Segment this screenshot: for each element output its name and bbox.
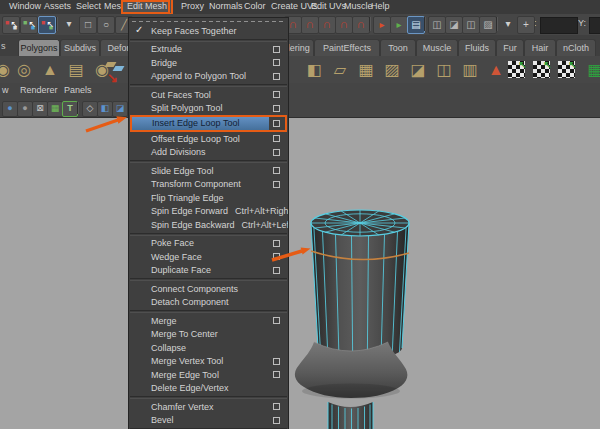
option-box[interactable] <box>273 403 280 410</box>
menu-item-merge-to-center[interactable]: Merge To Center <box>129 328 288 342</box>
snap-menu-arrow-icon[interactable]: ▾ <box>61 16 77 32</box>
uv-cylindrical-map-icon[interactable] <box>533 61 550 78</box>
menu-item-append-to-polygon-tool[interactable]: Append to Polygon Tool <box>129 70 288 84</box>
render-current-frame-icon[interactable]: ◪ <box>445 16 463 34</box>
x-input[interactable] <box>540 17 578 34</box>
select-by-hierarchy-icon[interactable]: ■■↖ <box>2 16 20 34</box>
shelf-tab-ncloth[interactable]: nCloth <box>556 39 596 57</box>
option-box[interactable] <box>273 46 280 53</box>
menu-help[interactable]: Help <box>367 0 394 13</box>
menu-item-transform-component[interactable]: Transform Component <box>129 178 288 192</box>
menu-item-detach-component[interactable]: Detach Component <box>129 296 288 310</box>
option-box[interactable] <box>273 120 280 127</box>
menu-item-collapse[interactable]: Collapse <box>129 341 288 355</box>
snap-to-curves-icon[interactable]: ∩ <box>301 16 319 34</box>
uv-planar-map-icon[interactable] <box>508 61 525 78</box>
open-render-view-icon[interactable]: ◫ <box>428 16 446 34</box>
projection-axis-icon[interactable]: ▲ <box>484 58 508 82</box>
render-settings-icon[interactable]: ▨ <box>479 16 497 34</box>
menu-item-merge-edge-tool[interactable]: Merge Edge Tool <box>129 368 288 382</box>
textured-cube-icon[interactable]: ◪ <box>112 101 128 117</box>
menu-assets[interactable]: Assets <box>40 0 75 13</box>
menu-item-duplicate-face[interactable]: Duplicate Face <box>129 264 288 278</box>
shaded-cube-icon[interactable]: ◧ <box>97 101 113 117</box>
menu-item-spin-edge-backward[interactable]: Spin Edge BackwardCtrl+Alt+Left <box>129 218 288 232</box>
menu-proxy[interactable]: Proxy <box>177 0 208 13</box>
select-by-component-icon[interactable]: ■■↖ <box>38 16 56 34</box>
option-box[interactable] <box>273 317 280 324</box>
poly-mesh-edge-icon[interactable]: ▨ <box>380 58 404 82</box>
menu-window[interactable]: Window <box>5 0 45 13</box>
grid-display-icon[interactable]: ▦ <box>47 101 63 117</box>
menu-item-merge[interactable]: Merge <box>129 314 288 328</box>
menu-item-cut-faces-tool[interactable]: Cut Faces Tool <box>129 88 288 102</box>
menu-item-spin-edge-forward[interactable]: Spin Edge ForwardCtrl+Alt+Right <box>129 205 288 219</box>
poly-cone-icon[interactable]: ▲ <box>38 58 62 82</box>
option-box[interactable] <box>273 135 280 142</box>
menu-item-bridge[interactable]: Bridge <box>129 56 288 70</box>
menu-edit-mesh[interactable]: Edit Mesh <box>123 0 171 13</box>
shelf-tab-painteffects[interactable]: PaintEffects <box>314 39 380 57</box>
select-by-object-icon[interactable]: ■■↖ <box>20 16 38 34</box>
shaded-sphere-icon[interactable]: ● <box>17 101 33 117</box>
option-box[interactable] <box>273 149 280 156</box>
field-menu-arrow-icon[interactable]: ▾ <box>500 16 516 32</box>
output-connections-icon[interactable]: ▸ <box>390 16 408 34</box>
menu-item-poke-face[interactable]: Poke Face <box>129 237 288 251</box>
make-live-icon[interactable]: ∩ <box>352 16 370 34</box>
option-box[interactable] <box>273 417 280 424</box>
option-box[interactable] <box>273 105 280 112</box>
menu-item-merge-vertex-tool[interactable]: Merge Vertex Tool <box>129 355 288 369</box>
poly-split-icon[interactable]: ◫ <box>432 58 456 82</box>
shelf-tab-muscle[interactable]: Muscle <box>416 39 458 57</box>
menu-item-offset-edge-loop-tool[interactable]: Offset Edge Loop Tool <box>129 132 288 146</box>
panel-menu-renderer[interactable]: Renderer <box>20 85 58 95</box>
y-input[interactable] <box>589 17 600 34</box>
panel-menu-panels[interactable]: Panels <box>64 85 92 95</box>
menu-item-extrude[interactable]: Extrude <box>129 43 288 57</box>
poly-plane-icon[interactable]: ▱ <box>328 58 352 82</box>
option-box[interactable] <box>273 240 280 247</box>
poly-fold-icon[interactable]: ◪ <box>406 58 430 82</box>
menu-item-split-polygon-tool[interactable]: Split Polygon Tool <box>129 102 288 116</box>
panel-menu-show-partial[interactable]: w <box>2 85 9 95</box>
shelf-tab-fluids[interactable]: Fluids <box>458 39 496 57</box>
uv-spherical-map-icon[interactable] <box>558 61 575 78</box>
poly-torus-icon[interactable]: ◎ <box>12 58 36 82</box>
shelf-tab-fur[interactable]: Fur <box>496 39 524 57</box>
shelf-tab-hair[interactable]: Hair <box>524 39 556 57</box>
coordinate-mode-icon[interactable]: + <box>517 16 535 34</box>
rect-select-icon[interactable]: □ <box>79 16 97 34</box>
option-box[interactable] <box>273 167 280 174</box>
option-box[interactable] <box>273 358 280 365</box>
shelf-tab-subdivs[interactable]: Subdivs <box>60 39 100 57</box>
film-gate-icon[interactable]: T <box>62 101 78 117</box>
menu-color[interactable]: Color <box>240 0 270 13</box>
snap-to-points-icon[interactable]: ∩ <box>318 16 336 34</box>
input-connections-icon[interactable]: ▸ <box>373 16 391 34</box>
extract-faces-icon[interactable]: ↘ <box>103 58 127 82</box>
no-texture-icon[interactable]: ⊠ <box>32 101 48 117</box>
lighting-sphere-icon[interactable]: ● <box>2 101 18 117</box>
uv-automatic-map-icon[interactable]: ▦ <box>583 58 600 82</box>
wireframe-cube-icon[interactable]: ◇ <box>82 101 98 117</box>
circle-select-icon[interactable]: ○ <box>97 16 115 34</box>
option-box[interactable] <box>273 253 280 260</box>
option-box[interactable] <box>273 267 280 274</box>
menu-item-bevel[interactable]: Bevel <box>129 414 288 428</box>
menu-item-delete-edge-vertex[interactable]: Delete Edge/Vertex <box>129 382 288 396</box>
menu-item-slide-edge-tool[interactable]: Slide Edge Tool <box>129 164 288 178</box>
menu-item-add-divisions[interactable]: Add Divisions <box>129 146 288 160</box>
shelf-tab-polygons[interactable]: Polygons <box>18 39 60 57</box>
snap-to-view-planes-icon[interactable]: ∩ <box>335 16 353 34</box>
menu-item-chamfer-vertex[interactable]: Chamfer Vertex <box>129 400 288 414</box>
poly-combine-icon[interactable]: ▥ <box>458 58 482 82</box>
option-box[interactable] <box>273 73 280 80</box>
option-box[interactable] <box>273 371 280 378</box>
ipr-render-icon[interactable]: ◫ <box>462 16 480 34</box>
poly-cube-icon[interactable]: ◧ <box>302 58 326 82</box>
viewport-3d[interactable] <box>0 117 600 429</box>
shelf-tab-partial[interactable]: s <box>1 41 6 51</box>
menu-item-wedge-face[interactable]: Wedge Face <box>129 250 288 264</box>
menu-item-keep-faces-together[interactable]: ✓Keep Faces Together <box>129 24 288 38</box>
